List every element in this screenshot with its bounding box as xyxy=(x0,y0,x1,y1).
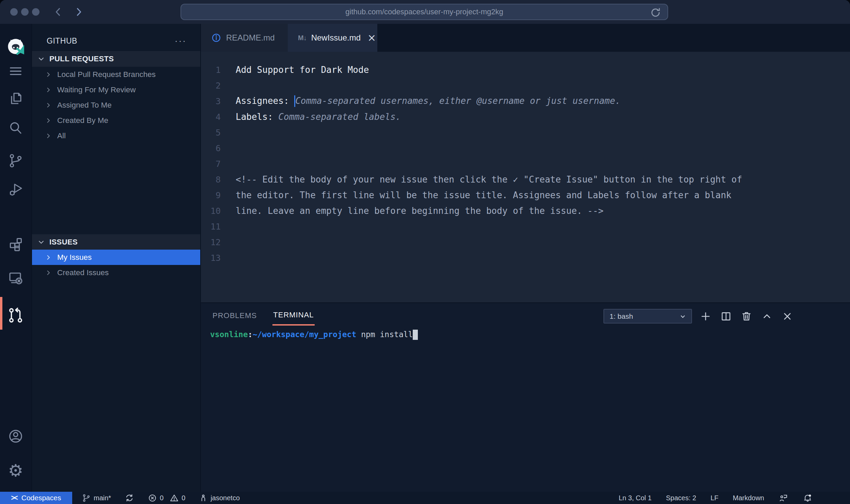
terminal-command: npm install xyxy=(356,330,413,339)
active-view-indicator xyxy=(0,297,2,330)
browser-chrome: github.com/codespaces/user-my-project-mg… xyxy=(0,0,850,24)
feedback-icon xyxy=(778,493,788,503)
url-text: github.com/codespaces/user-my-project-mg… xyxy=(345,7,503,16)
tree-item-label: Created By Me xyxy=(57,116,108,125)
feedback-button[interactable] xyxy=(778,493,788,503)
section-issues[interactable]: ISSUES xyxy=(32,234,200,250)
chevron-up-icon xyxy=(761,310,773,322)
warning-count: 0 xyxy=(182,494,185,502)
tree-item-waiting-for-review[interactable]: Waiting For My Review xyxy=(32,82,200,97)
url-bar[interactable]: github.com/codespaces/user-my-project-mg… xyxy=(180,4,668,20)
code-line: 8 <!-- Edit the body of your new issue t… xyxy=(201,172,850,187)
menu-button[interactable] xyxy=(0,62,31,81)
terminal-shell-select[interactable]: 1: bash xyxy=(603,309,692,324)
back-button[interactable] xyxy=(52,6,64,18)
close-tab-button[interactable]: × xyxy=(367,33,376,43)
tree-item-label: Waiting For My Review xyxy=(57,85,136,94)
terminal-cursor xyxy=(413,330,418,340)
tree-item-created-issues[interactable]: Created Issues xyxy=(32,265,200,280)
user-status[interactable]: jasonetco xyxy=(199,493,240,502)
window-control-minimize[interactable] xyxy=(21,8,29,16)
code-line: 4 Labels: Comma-separated labels. xyxy=(201,109,850,125)
forward-button[interactable] xyxy=(73,6,84,18)
terminal-separator: : xyxy=(248,330,253,339)
activity-search[interactable] xyxy=(0,119,31,138)
tree-item-assigned-to-me[interactable]: Assigned To Me xyxy=(32,97,200,113)
activity-bar: ⚙ xyxy=(0,24,32,492)
maximize-panel-button[interactable] xyxy=(760,310,774,323)
close-panel-button[interactable] xyxy=(781,310,794,323)
tree-item-created-by-me[interactable]: Created By Me xyxy=(32,113,200,128)
activity-extensions[interactable] xyxy=(0,235,31,254)
split-panel-icon xyxy=(720,311,732,322)
comment-text: line. Leave an empty line before beginni… xyxy=(221,206,603,216)
line-number: 5 xyxy=(201,128,221,138)
activity-run-debug[interactable] xyxy=(0,180,31,199)
tree-item-my-issues[interactable]: My Issues xyxy=(32,250,200,265)
comment-text: the editor. The first line will be the i… xyxy=(221,190,731,200)
user-icon xyxy=(199,493,208,502)
tab-readme[interactable]: README.md xyxy=(201,24,288,52)
line-number: 13 xyxy=(201,253,221,263)
line-number: 12 xyxy=(201,237,221,247)
language-mode-status[interactable]: Markdown xyxy=(733,494,764,502)
code-line: 1 Add Support for Dark Mode xyxy=(201,62,850,78)
activity-source-control[interactable] xyxy=(0,151,31,170)
code-text: Labels: Comma-separated labels. xyxy=(221,112,401,122)
sync-status[interactable] xyxy=(125,493,134,503)
account-button[interactable] xyxy=(0,427,31,446)
cursor-position-status[interactable]: Ln 3, Col 1 xyxy=(619,494,652,502)
tab-terminal[interactable]: TERMINAL xyxy=(272,308,314,326)
refresh-button[interactable] xyxy=(650,7,661,19)
pull-request-icon xyxy=(7,307,24,324)
tree-item-label: Created Issues xyxy=(57,268,109,277)
activity-remote-explorer[interactable] xyxy=(0,268,31,287)
tree-item-all[interactable]: All xyxy=(32,128,200,143)
tree-item-label: My Issues xyxy=(57,253,92,262)
warning-icon xyxy=(170,493,179,503)
branch-icon xyxy=(82,493,91,503)
labels-hint: Comma-separated labels. xyxy=(278,112,401,122)
error-count: 0 xyxy=(160,494,163,502)
code-line: 6 xyxy=(201,140,850,156)
remote-explorer-icon xyxy=(7,270,24,286)
tree-item-label: Local Pull Request Branches xyxy=(57,70,156,79)
panel-controls: 1: bash xyxy=(603,309,794,324)
window-control-zoom[interactable] xyxy=(32,8,40,16)
activity-explorer[interactable] xyxy=(0,89,31,108)
window-control-close[interactable] xyxy=(10,8,18,16)
more-actions-button[interactable]: ··· xyxy=(175,36,187,46)
tree-item-local-pr-branches[interactable]: Local Pull Request Branches xyxy=(32,67,200,82)
notifications-button[interactable] xyxy=(803,493,813,503)
github-vscode-logo-icon xyxy=(6,37,26,57)
window-controls xyxy=(10,8,40,16)
status-bar: >< Codespaces main* 0 0 jasonetco L xyxy=(0,492,850,504)
chevron-right-icon xyxy=(44,132,52,140)
code-editor[interactable]: 1 Add Support for Dark Mode 2 3 Assignee… xyxy=(201,52,850,302)
editor-tabbar: README.md M↓ NewIssue.md × xyxy=(201,24,850,52)
settings-button[interactable]: ⚙ xyxy=(0,461,31,480)
shell-select-value: 1: bash xyxy=(610,312,633,320)
chevron-down-icon xyxy=(37,238,46,247)
indentation-status[interactable]: Spaces: 2 xyxy=(666,494,696,502)
terminal-path: ~/workspace/my_project xyxy=(253,330,357,339)
chevron-down-icon xyxy=(37,54,46,63)
line-number: 10 xyxy=(201,206,221,216)
terminal[interactable]: vsonline:~/workspace/my_project npm inst… xyxy=(210,330,418,340)
branch-status[interactable]: main* xyxy=(82,493,111,503)
tab-newissue[interactable]: M↓ NewIssue.md × xyxy=(288,24,377,52)
eol-status[interactable]: LF xyxy=(710,494,718,502)
section-pull-requests[interactable]: PULL REQUESTS xyxy=(32,51,200,67)
line-number: 1 xyxy=(201,65,221,75)
remote-indicator[interactable]: >< Codespaces xyxy=(0,492,72,504)
split-terminal-button[interactable] xyxy=(719,310,733,323)
new-terminal-button[interactable] xyxy=(699,310,712,323)
branch-label: main* xyxy=(94,494,111,502)
kill-terminal-button[interactable] xyxy=(740,310,753,323)
chevron-right-icon xyxy=(44,269,52,277)
activity-github-pull-requests[interactable] xyxy=(0,306,31,325)
terminal-user: vsonline xyxy=(210,330,248,339)
markdown-file-icon: M↓ xyxy=(298,34,306,42)
tab-problems[interactable]: PROBLEMS xyxy=(212,308,257,326)
problems-status[interactable]: 0 0 xyxy=(148,493,185,503)
